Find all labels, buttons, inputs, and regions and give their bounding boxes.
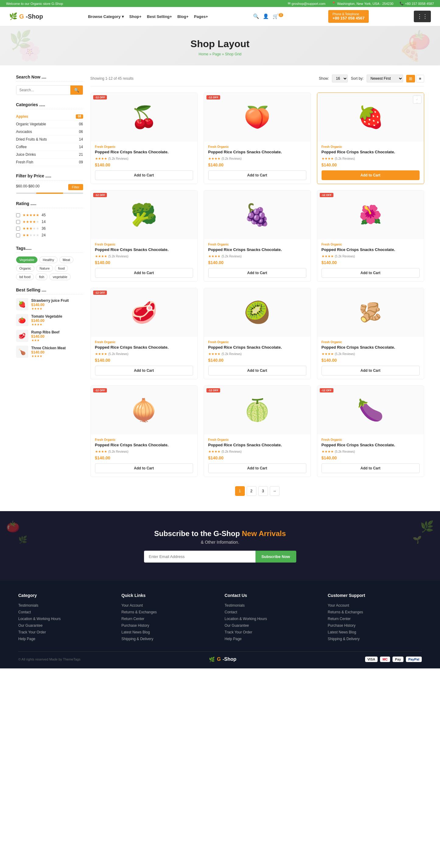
nav-best-selling[interactable]: Best Selling+	[147, 14, 172, 19]
page-btn-3[interactable]: 3	[258, 486, 268, 496]
category-item-dried-fruits[interactable]: Dried Fruits & Nuts14	[16, 136, 83, 143]
footer-link-account-4[interactable]: Your Account	[328, 602, 422, 609]
bs-img-beef: 🥩	[16, 330, 28, 342]
footer-link-return-center-2[interactable]: Return Center	[121, 616, 215, 622]
category-item-apples[interactable]: Apples08	[16, 113, 83, 121]
bs-item-chicken[interactable]: 🍗 Three Chicken Meat $140.00 ★★★★	[16, 346, 83, 358]
tag-bd-food[interactable]: bd food	[16, 274, 34, 280]
cart-icon[interactable]: 🛒0	[272, 13, 284, 19]
footer-link-shipping-4[interactable]: Shipping & Delivery	[328, 636, 422, 642]
add-to-cart-btn-3[interactable]: Add to Cart	[322, 170, 419, 180]
price-slider[interactable]	[16, 193, 83, 194]
footer-link-contact-3[interactable]: Contact	[225, 609, 319, 616]
subscribe-email-input[interactable]	[144, 551, 256, 562]
footer-link-guarantee-3[interactable]: Our Guarantee	[225, 622, 319, 629]
footer-col-support: Customer Support Your Account Returns & …	[328, 593, 422, 642]
show-select[interactable]: 16 24 36	[332, 74, 348, 83]
bs-item-tomato[interactable]: 🍅 Tomato Vegetable $140.00 ★★★★	[16, 314, 83, 326]
add-to-cart-btn-5[interactable]: Add to Cart	[208, 268, 306, 278]
product-badge-4: -12 OFF	[93, 193, 107, 197]
footer-link-testimonials-1[interactable]: Testimonials	[18, 602, 112, 609]
tag-nature[interactable]: Nature	[36, 265, 53, 272]
logo[interactable]: 🌿 G-Shop	[9, 12, 43, 20]
footer-link-help-1[interactable]: Help Page	[18, 636, 112, 642]
tag-food[interactable]: food	[55, 265, 68, 272]
nav-pages[interactable]: Pages+	[194, 14, 208, 19]
rating-5-checkbox[interactable]	[16, 213, 20, 217]
add-to-cart-btn-2[interactable]: Add to Cart	[208, 170, 306, 180]
footer-link-location-3[interactable]: Location & Working Hours	[225, 616, 319, 622]
payment-icons: VISA MC Pay PayPal	[365, 656, 422, 662]
footer-link-guarantee-1[interactable]: Our Guarantee	[18, 622, 112, 629]
tag-vegetable2[interactable]: vegetable	[49, 274, 71, 280]
grid-menu-btn[interactable]: ⋮⋮	[414, 11, 431, 22]
add-to-cart-btn-8[interactable]: Add to Cart	[208, 366, 306, 375]
rating-3-star[interactable]: ★★★★★ 36	[16, 225, 83, 232]
add-to-cart-btn-7[interactable]: Add to Cart	[95, 366, 193, 375]
product-cat-10: Fresh Organic	[95, 438, 193, 441]
search-icon[interactable]: 🔍	[253, 13, 259, 19]
footer-link-purchase-2[interactable]: Purchase History	[121, 622, 215, 629]
footer-link-location-1[interactable]: Location & Working Hours	[18, 616, 112, 622]
footer-link-shipping-2[interactable]: Shipping & Delivery	[121, 636, 215, 642]
product-cat-4: Fresh Organic	[95, 243, 193, 246]
user-icon[interactable]: 👤	[263, 13, 269, 19]
footer-link-contact-1[interactable]: Contact	[18, 609, 112, 616]
rating-5-star[interactable]: ★★★★★ 45	[16, 212, 83, 218]
category-item-fish[interactable]: Fresh Fish09	[16, 158, 83, 166]
add-to-cart-btn-4[interactable]: Add to Cart	[95, 268, 193, 278]
footer-logo: 🌿 G-Shop	[209, 656, 236, 662]
add-to-cart-btn-9[interactable]: Add to Cart	[322, 366, 419, 375]
footer-link-help-3[interactable]: Help Page	[225, 636, 319, 642]
page-btn-next[interactable]: →	[270, 486, 280, 496]
sort-select[interactable]: Newest First Price Low-High Price High-L…	[366, 74, 403, 83]
rating-3-checkbox[interactable]	[16, 227, 20, 230]
product-rating-1: ★★★★ (5.2k Reviews)	[95, 157, 193, 161]
page-btn-1[interactable]: 1	[235, 486, 245, 496]
tag-organic[interactable]: Organic	[16, 265, 35, 272]
add-to-cart-btn-12[interactable]: Add to Cart	[322, 463, 419, 473]
footer-link-returns-4[interactable]: Returns & Exchanges	[328, 609, 422, 616]
nav-blog[interactable]: Blog+	[178, 14, 188, 19]
footer-link-news-4[interactable]: Latest News Blog	[328, 629, 422, 636]
footer-link-track-3[interactable]: Track Your Order	[225, 629, 319, 636]
nav-shop[interactable]: Shop+	[129, 14, 142, 19]
footer-link-return-center-4[interactable]: Return Center	[328, 616, 422, 622]
tag-healthy[interactable]: Healthy	[39, 256, 57, 263]
product-image-1: -12 OFF 🍒	[91, 93, 197, 142]
list-view-btn[interactable]: ≡	[416, 75, 424, 83]
grid-view-btn[interactable]: ⊞	[406, 75, 415, 83]
bs-item-beef[interactable]: 🥩 Rump Ribs Beef $140.00 ★★★	[16, 330, 83, 342]
rating-2-star[interactable]: ★★★★★ 24	[16, 232, 83, 239]
rating-2-checkbox[interactable]	[16, 234, 20, 237]
page-btn-2[interactable]: 2	[247, 486, 256, 496]
search-input[interactable]	[17, 86, 70, 95]
tag-fish[interactable]: fish	[36, 274, 48, 280]
add-to-cart-btn-1[interactable]: Add to Cart	[95, 170, 193, 180]
rating-4-star[interactable]: ★★★★★ 14	[16, 218, 83, 225]
category-item-juice[interactable]: Juice Drinks21	[16, 151, 83, 158]
subscribe-button[interactable]: Subscribe Now	[256, 551, 296, 562]
nav-browse-category[interactable]: Browse Category ▾	[88, 14, 124, 19]
filter-button[interactable]: Filter	[68, 184, 83, 190]
add-to-cart-btn-10[interactable]: Add to Cart	[95, 463, 193, 473]
category-item-organic-veg[interactable]: Organic Vegetable06	[16, 121, 83, 128]
footer-link-account-2[interactable]: Your Account	[121, 602, 215, 609]
footer-link-returns-2[interactable]: Returns & Exchanges	[121, 609, 215, 616]
add-to-cart-btn-11[interactable]: Add to Cart	[208, 463, 306, 473]
category-item-coffee[interactable]: Coffee14	[16, 143, 83, 151]
rating-4-checkbox[interactable]	[16, 220, 20, 224]
wishlist-btn-3[interactable]: ♡✓↔	[413, 95, 421, 104]
footer-link-track-1[interactable]: Track Your Order	[18, 629, 112, 636]
footer-link-testimonials-3[interactable]: Testimonials	[225, 602, 319, 609]
footer-bottom: © All rights reserved Made by ThemeTags …	[18, 651, 422, 662]
footer-link-news-2[interactable]: Latest News Blog	[121, 629, 215, 636]
product-name-1: Popped Rice Crisps Snacks Chocolate.	[95, 150, 193, 155]
add-to-cart-btn-6[interactable]: Add to Cart	[322, 268, 419, 278]
tag-vegetable[interactable]: Vegetable	[16, 256, 38, 263]
search-button[interactable]: 🔍	[70, 86, 83, 95]
footer-link-purchase-4[interactable]: Purchase History	[328, 622, 422, 629]
bs-item-strawberry[interactable]: 🍓 Strawberry juice Fruit $140.00 ★★★★	[16, 298, 83, 310]
tag-meat[interactable]: Meat	[59, 256, 74, 263]
category-item-avocados[interactable]: Avocados06	[16, 128, 83, 136]
